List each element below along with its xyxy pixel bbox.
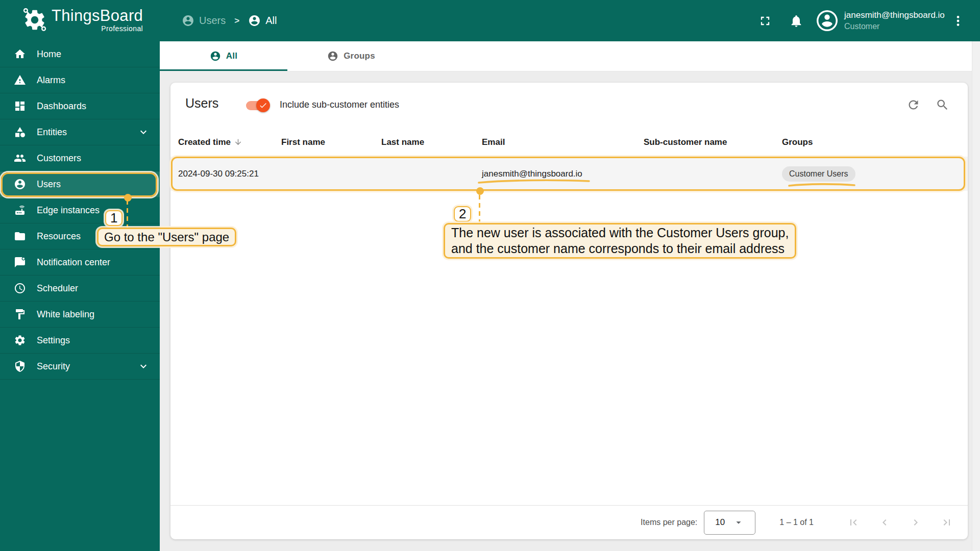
card-header: Users Include sub-customer entities [170,83,968,128]
first-page-icon[interactable] [847,516,860,529]
toggle-label: Include sub-customer entities [280,99,399,110]
sidebar-item-security[interactable]: Security [0,354,160,380]
table-row[interactable]: 2024-09-30 09:25:21 janesmith@thingsboar… [170,157,968,191]
user-menu-more-icon[interactable] [951,14,965,28]
table-actions [906,98,949,112]
check-icon [259,101,267,110]
top-header: ThingsBoard Professional Users > All jan… [0,0,980,41]
notifications-bell-icon[interactable] [789,14,803,28]
column-label: Last name [381,137,424,147]
customers-people-icon [14,152,26,164]
sidebar-item-label: Scheduler [37,283,78,294]
white-labeling-paint-icon [14,308,26,320]
sidebar-item-resources[interactable]: Resources [0,223,160,249]
sidebar-item-settings[interactable]: Settings [0,328,160,354]
sidebar-item-label: Security [37,361,70,372]
tab-bar: All Groups [160,41,980,71]
settings-gear-icon [14,334,26,346]
breadcrumb-users-label: Users [199,15,226,27]
breadcrumb-users[interactable]: Users [182,14,226,27]
sidebar-item-label: Dashboards [37,101,86,112]
notification-center-icon [14,256,26,268]
sidebar-item-users[interactable]: Users [0,171,160,197]
page-size-value: 10 [715,517,725,528]
page-scrollbar[interactable] [972,41,980,551]
home-icon [14,48,26,60]
user-info: janesmith@thingsboard.io Customer [844,10,944,32]
column-label: Sub-customer name [644,137,727,147]
breadcrumb-separator: > [234,16,239,26]
cell-groups: Customer Users [774,166,968,182]
brand-name: ThingsBoard [52,7,143,24]
chevron-down-icon[interactable] [137,126,150,138]
avatar[interactable] [817,10,838,31]
sidebar-item-scheduler[interactable]: Scheduler [0,276,160,302]
breadcrumb: Users > All [182,0,277,41]
thingsboard-logo[interactable]: ThingsBoard Professional [22,7,143,33]
column-header-last-name[interactable]: Last name [374,137,474,147]
sidebar-item-label: Edge instances [37,205,100,216]
sidebar-item-label: Settings [37,335,70,346]
next-page-icon[interactable] [910,516,922,529]
toggle-thumb [256,98,270,112]
column-header-first-name[interactable]: First name [274,137,374,147]
resources-folder-icon [14,230,26,242]
sidebar-item-notification-center[interactable]: Notification center [0,249,160,276]
refresh-icon[interactable] [906,98,920,112]
sidebar-item-label: Entities [37,127,67,138]
sidebar-item-home[interactable]: Home [0,41,160,67]
group-chip[interactable]: Customer Users [782,166,855,182]
scheduler-clock-icon [14,282,26,294]
page-range: 1 – 1 of 1 [779,518,814,527]
cell-created-time: 2024-09-30 09:25:21 [170,169,274,179]
security-shield-icon [14,360,26,372]
brand-tagline: Professional [101,24,143,33]
sidebar-item-white-labeling[interactable]: White labeling [0,302,160,328]
sidebar-item-label: Users [37,179,61,190]
column-header-groups[interactable]: Groups [774,137,968,147]
sidebar-item-customers[interactable]: Customers [0,145,160,171]
tab-groups-label: Groups [344,51,375,61]
user-role: Customer [844,21,944,32]
users-account-icon [14,178,26,190]
search-icon[interactable] [936,98,949,112]
tab-groups-icon [327,51,338,62]
tab-all[interactable]: All [160,41,287,71]
sidebar-item-label: Home [37,49,61,60]
last-page-icon[interactable] [941,516,953,529]
items-per-page-label: Items per page: [641,518,697,527]
sidebar-item-entities[interactable]: Entities [0,119,160,145]
column-header-email[interactable]: Email [474,137,636,147]
logo-text: ThingsBoard Professional [52,7,143,33]
sidebar-item-alarms[interactable]: Alarms [0,67,160,93]
column-label: Email [482,137,505,147]
sidebar-item-label: White labeling [37,309,94,320]
breadcrumb-all[interactable]: All [248,14,277,27]
pager-buttons [847,516,953,529]
main-content: All Groups Users Include sub-customer en… [160,41,980,551]
sidebar-item-label: Notification center [37,257,110,268]
page-title: Users [185,96,218,111]
sidebar-item-dashboards[interactable]: Dashboards [0,93,160,119]
thingsboard-app: ThingsBoard Professional Users > All jan… [0,0,980,551]
chevron-down-icon[interactable] [137,360,150,372]
breadcrumb-all-icon [248,14,261,27]
breadcrumb-users-icon [182,14,194,27]
breadcrumb-all-label: All [265,15,277,27]
pagination-bar: Items per page: 10 1 – 1 of 1 [170,505,968,539]
prev-page-icon[interactable] [878,516,891,529]
column-header-sub-customer[interactable]: Sub-customer name [636,137,774,147]
tab-groups[interactable]: Groups [287,41,415,71]
column-label: Created time [178,137,231,147]
sort-desc-icon [234,138,242,146]
alarms-warning-icon [14,74,26,86]
thingsboard-logo-icon [22,8,47,32]
page-size-select[interactable]: 10 [704,511,755,535]
dropdown-arrow-icon [733,517,744,528]
avatar-person-icon [817,10,838,32]
include-subcustomers-toggle[interactable] [246,98,275,112]
fullscreen-icon[interactable] [758,14,772,28]
column-header-created-time[interactable]: Created time [170,137,274,147]
users-table-card: Users Include sub-customer entities Crea… [170,83,968,539]
sidebar-item-edge-instances[interactable]: Edge instances [0,197,160,223]
